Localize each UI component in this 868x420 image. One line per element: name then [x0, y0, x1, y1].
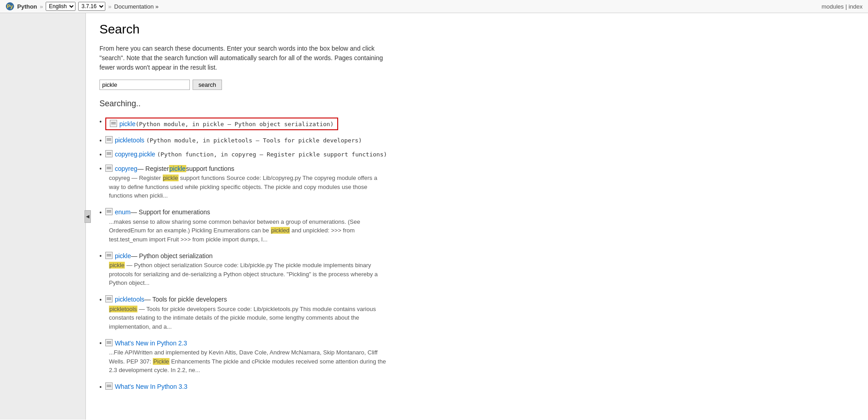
- result-header-5: • enum — Support for enumerations: [99, 208, 854, 216]
- topbar-sep1: »: [40, 3, 43, 10]
- svg-text:Py: Py: [7, 4, 13, 9]
- result-snippet-7: pickletools — Tools for pickle developer…: [109, 305, 389, 331]
- topbar-sep2: »: [108, 3, 111, 10]
- result-header-4: • copyreg — Register pickle support func…: [99, 165, 854, 172]
- topbar-nav-sep: |: [845, 3, 849, 10]
- list-item: • What's New In Python 3.3: [99, 383, 854, 391]
- search-form: search: [99, 80, 854, 90]
- result-link-pickle2[interactable]: pickle: [115, 252, 131, 260]
- bullet: •: [99, 252, 102, 260]
- list-item: • pickletools (Python module, in picklet…: [99, 137, 854, 144]
- doc-icon: [105, 165, 113, 172]
- result-link-pickletools[interactable]: pickletools: [115, 137, 144, 144]
- result-header-6: • pickle — Python object serialization: [99, 252, 854, 260]
- topbar-right: modules | index: [821, 3, 863, 10]
- searching-label: Searching..: [99, 99, 854, 109]
- list-item: • pickle (Python module, in pickle — Pyt…: [99, 118, 854, 130]
- language-select[interactable]: English: [46, 2, 75, 11]
- doc-icon: [105, 150, 113, 157]
- result-dash-5: — Support for enumerations: [131, 208, 210, 216]
- sidebar: ◀: [0, 13, 86, 420]
- doc-icon: [105, 382, 113, 390]
- result-dash-7: — Tools for pickle developers: [144, 296, 227, 303]
- modules-link[interactable]: modules: [821, 3, 844, 10]
- result-text-1: (Python module, in pickle — Python objec…: [136, 121, 334, 127]
- layout: ◀ Search From here you can search these …: [0, 13, 868, 420]
- result-link-pickle[interactable]: pickle: [119, 120, 136, 127]
- python-home-link[interactable]: Python: [17, 3, 37, 10]
- version-select[interactable]: 3.7.16: [78, 2, 105, 11]
- sidebar-collapse-button[interactable]: ◀: [85, 210, 91, 223]
- doc-icon: [110, 120, 117, 127]
- list-item: • copyreg.pickle (Python function, in co…: [99, 151, 854, 158]
- list-item: • What's New in Python 2.3 ...File APIWr…: [99, 339, 854, 375]
- results-list: • pickle (Python module, in pickle — Pyt…: [99, 118, 854, 391]
- result-link-copyreg-pickle[interactable]: copyreg.pickle: [115, 151, 156, 158]
- result-header-7: • pickletools — Tools for pickle develop…: [99, 296, 854, 303]
- search-input[interactable]: [99, 80, 190, 90]
- result-link-whatsnew33[interactable]: What's New In Python 3.3: [115, 383, 188, 390]
- page-title: Search: [99, 22, 854, 37]
- doc-icon: [105, 339, 113, 346]
- documentation-link[interactable]: Documentation »: [114, 3, 159, 10]
- result-dash-6: — Python object serialization: [131, 252, 213, 260]
- bullet: •: [99, 137, 102, 144]
- result-snippet-8: ...File APIWritten and implemented by Ke…: [109, 348, 389, 375]
- bullet: •: [99, 165, 102, 172]
- bullet: •: [99, 151, 102, 158]
- result-link-enum[interactable]: enum: [115, 208, 131, 216]
- result-link-whatsnew23[interactable]: What's New in Python 2.3: [115, 340, 187, 347]
- result-text-2: (Python module, in pickletools — Tools f…: [146, 137, 362, 144]
- result-dash-4: — Register: [137, 165, 169, 172]
- result-link-pickletools2[interactable]: pickletools: [115, 296, 144, 303]
- search-description: From here you can search these documents…: [99, 44, 393, 72]
- hl-pickle-4: pickle: [169, 165, 186, 172]
- list-item: • enum — Support for enumerations ...mak…: [99, 208, 854, 244]
- main-content: Search From here you can search these do…: [86, 13, 868, 420]
- bullet: •: [99, 340, 102, 347]
- bullet: •: [99, 383, 102, 391]
- search-button[interactable]: search: [193, 80, 222, 90]
- topbar: Py Python » English 3.7.16 » Documentati…: [0, 0, 868, 13]
- bullet: •: [99, 118, 102, 125]
- index-link[interactable]: index: [849, 3, 863, 10]
- doc-icon: [105, 136, 113, 143]
- list-item: • pickle — Python object serialization p…: [99, 252, 854, 288]
- result-link-copyreg[interactable]: copyreg: [115, 165, 137, 172]
- python-logo-icon: Py: [5, 2, 14, 11]
- result-header-8: • What's New in Python 2.3: [99, 339, 854, 347]
- topbar-left: Py Python » English 3.7.16 » Documentati…: [5, 2, 159, 11]
- list-item: • copyreg — Register pickle support func…: [99, 165, 854, 200]
- bullet: •: [99, 296, 102, 303]
- bullet: •: [99, 209, 102, 216]
- first-result-box: pickle (Python module, in pickle — Pytho…: [105, 118, 338, 130]
- doc-icon: [105, 208, 113, 215]
- result-sf-4: support functions: [186, 165, 235, 172]
- result-snippet-5: ...makes sense to allow sharing some com…: [109, 217, 389, 244]
- doc-icon: [105, 252, 113, 259]
- result-text-3: (Python function, in copyreg — Register …: [157, 151, 387, 158]
- list-item: • pickletools — Tools for pickle develop…: [99, 296, 854, 331]
- result-snippet-6: pickle — Python object serialization Sou…: [109, 261, 389, 288]
- doc-icon: [105, 295, 113, 302]
- result-snippet-4: copyreg — Register pickle support functi…: [109, 174, 389, 200]
